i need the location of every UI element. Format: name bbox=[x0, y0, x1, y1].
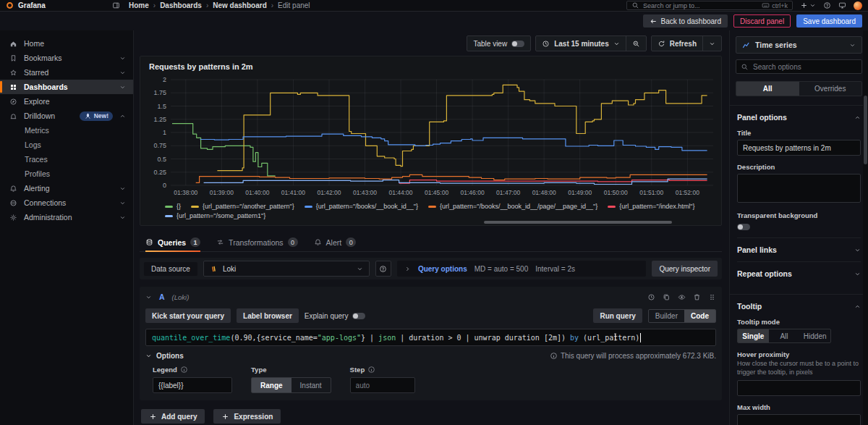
query-options-collapse[interactable]: Query options MD = auto = 500 Interval =… bbox=[397, 261, 646, 277]
query-inspector-button[interactable]: Query inspector bbox=[652, 261, 718, 277]
legend-item[interactable]: {url_pattern="/another_pattern"} bbox=[191, 203, 294, 210]
query-row-a: A (Loki) Kick start your query Label bro… bbox=[140, 287, 722, 400]
tooltip-mode-single[interactable]: Single bbox=[738, 329, 769, 342]
breadcrumb-item[interactable]: Home bbox=[129, 1, 149, 9]
legend-scrollbar[interactable] bbox=[484, 221, 672, 224]
legend-item[interactable]: {url_pattern="/books/__book_id__/page/__… bbox=[428, 203, 597, 210]
label-browser-button[interactable]: Label browser bbox=[237, 308, 299, 323]
discard-panel-button[interactable]: Discard panel bbox=[733, 14, 791, 28]
panel-options-header[interactable]: Panel options bbox=[737, 113, 861, 122]
home-icon bbox=[9, 40, 17, 48]
hide-query-icon[interactable] bbox=[678, 293, 686, 301]
text-caret bbox=[640, 333, 641, 342]
chevron-down-icon bbox=[849, 42, 856, 49]
brand-label: Grafana bbox=[18, 1, 46, 9]
chevron-down-icon bbox=[119, 214, 126, 221]
breadcrumb-separator: › bbox=[206, 1, 208, 9]
time-range-picker[interactable]: Last 15 minutes bbox=[535, 35, 647, 51]
add-expression-button[interactable]: Expression bbox=[213, 409, 281, 424]
search-input[interactable]: Search or jump to... ctrl+k bbox=[626, 1, 793, 10]
zoom-out-icon[interactable] bbox=[632, 40, 640, 48]
help-icon[interactable] bbox=[823, 1, 831, 9]
breadcrumb-item[interactable]: Dashboards bbox=[160, 1, 202, 9]
sidebar-item-drilldown[interactable]: DrilldownNew! bbox=[0, 109, 133, 123]
tab-queries[interactable]: Queries1 bbox=[145, 237, 200, 251]
legend-input[interactable] bbox=[153, 377, 232, 393]
max-width-input[interactable] bbox=[737, 414, 861, 425]
tab-overrides[interactable]: Overrides bbox=[799, 82, 862, 96]
type-option-instant[interactable]: Instant bbox=[292, 378, 331, 392]
sidebar-item-administration[interactable]: Administration bbox=[0, 210, 133, 224]
datasource-help-button[interactable] bbox=[375, 261, 391, 277]
timeseries-chart[interactable]: 00.250.50.7511.251.51.75201:38:0001:39:0… bbox=[146, 75, 715, 201]
question-icon bbox=[379, 265, 387, 273]
explain-query-switch[interactable] bbox=[352, 313, 365, 319]
options-search-input[interactable]: Search options bbox=[736, 59, 862, 74]
drag-handle-icon[interactable] bbox=[708, 293, 716, 301]
new-menu-button[interactable] bbox=[800, 1, 816, 9]
panel-title-input[interactable] bbox=[737, 140, 861, 156]
save-dashboard-button[interactable]: Save dashboard bbox=[796, 14, 862, 28]
sidebar-item-traces[interactable]: Traces bbox=[0, 152, 133, 167]
legend-item[interactable]: {url_pattern="/index.html"} bbox=[608, 203, 694, 210]
table-view-switch[interactable] bbox=[511, 41, 524, 47]
query-history-icon[interactable] bbox=[647, 293, 655, 301]
step-input[interactable] bbox=[350, 377, 415, 393]
collapse-query-icon[interactable] bbox=[145, 294, 152, 300]
tab-alert[interactable]: Alert0 bbox=[314, 237, 357, 251]
legend-item[interactable]: {} bbox=[165, 203, 181, 210]
brand[interactable]: Grafana bbox=[6, 1, 122, 9]
sidebar-item-metrics[interactable]: Metrics bbox=[0, 123, 133, 138]
add-query-button[interactable]: Add query bbox=[141, 409, 205, 424]
sidebar-item-home[interactable]: Home bbox=[0, 36, 133, 51]
legend-item[interactable]: {url_pattern="/books/__book_id__"} bbox=[305, 203, 418, 210]
hover-proximity-label: Hover proximity bbox=[737, 350, 861, 358]
legend-swatch bbox=[608, 206, 616, 208]
tab-all[interactable]: All bbox=[736, 82, 799, 96]
kick-start-button[interactable]: Kick start your query bbox=[145, 308, 231, 323]
visualization-select[interactable]: Time series bbox=[736, 36, 862, 54]
back-to-dashboard-button[interactable]: Back to dashboard bbox=[643, 14, 728, 28]
sidebar-item-alerting[interactable]: Alerting bbox=[0, 181, 133, 195]
sidebar-item-explore[interactable]: Explore bbox=[0, 94, 133, 109]
delete-query-icon[interactable] bbox=[693, 293, 701, 301]
run-query-button[interactable]: Run query bbox=[593, 308, 642, 323]
sidebar-item-logs[interactable]: Logs bbox=[0, 138, 133, 152]
timeseries-viz-icon bbox=[742, 41, 750, 49]
tooltip-header[interactable]: Tooltip bbox=[737, 302, 861, 311]
legend-swatch bbox=[428, 206, 436, 208]
query-ref[interactable]: A bbox=[159, 293, 165, 301]
transparent-bg-switch[interactable] bbox=[737, 224, 750, 230]
svg-text:01:47:00: 01:47:00 bbox=[496, 189, 520, 196]
sidebar-item-connections[interactable]: Connections bbox=[0, 195, 133, 210]
description-input[interactable] bbox=[737, 174, 861, 203]
table-view-toggle[interactable]: Table view bbox=[467, 35, 531, 51]
svg-text:1.5: 1.5 bbox=[157, 103, 166, 110]
timeseries-panel: Requests by patterns in 2m 00.250.50.751… bbox=[140, 56, 722, 226]
code-mode-button[interactable]: Code bbox=[684, 310, 715, 322]
repeat-options-collapse[interactable]: Repeat options bbox=[737, 262, 861, 285]
tooltip-mode-hidden[interactable]: Hidden bbox=[799, 329, 830, 342]
avatar[interactable] bbox=[854, 1, 862, 10]
datasource-select[interactable]: Loki bbox=[203, 261, 370, 277]
duplicate-query-icon[interactable] bbox=[663, 293, 671, 301]
legend-item[interactable]: {url_pattern="/some_pattern1"} bbox=[165, 212, 265, 219]
tab-transformations[interactable]: Transformations0 bbox=[216, 237, 297, 251]
options-scrollbar[interactable] bbox=[863, 30, 868, 425]
options-collapse-icon[interactable] bbox=[145, 353, 152, 359]
refresh-button[interactable]: Refresh bbox=[651, 35, 722, 51]
sidebar-item-bookmarks[interactable]: Bookmarks bbox=[0, 51, 133, 65]
breadcrumb-item[interactable]: New dashboard bbox=[213, 1, 266, 9]
sidebar-item-dashboards[interactable]: Dashboards bbox=[0, 80, 133, 94]
options-label[interactable]: Options bbox=[156, 352, 184, 360]
query-code-input[interactable]: quantile_over_time(0.90,{service_name="a… bbox=[145, 329, 716, 346]
hover-proximity-input[interactable] bbox=[737, 380, 861, 396]
tooltip-mode-all[interactable]: All bbox=[769, 329, 800, 342]
sidebar-item-profiles[interactable]: Profiles bbox=[0, 167, 133, 181]
sidebar-item-starred[interactable]: Starred bbox=[0, 65, 133, 80]
news-icon[interactable] bbox=[838, 1, 846, 9]
dock-menu-icon[interactable] bbox=[112, 1, 120, 9]
type-option-range[interactable]: Range bbox=[252, 378, 292, 392]
builder-mode-button[interactable]: Builder bbox=[649, 310, 684, 322]
panel-links-collapse[interactable]: Panel links bbox=[737, 237, 861, 262]
